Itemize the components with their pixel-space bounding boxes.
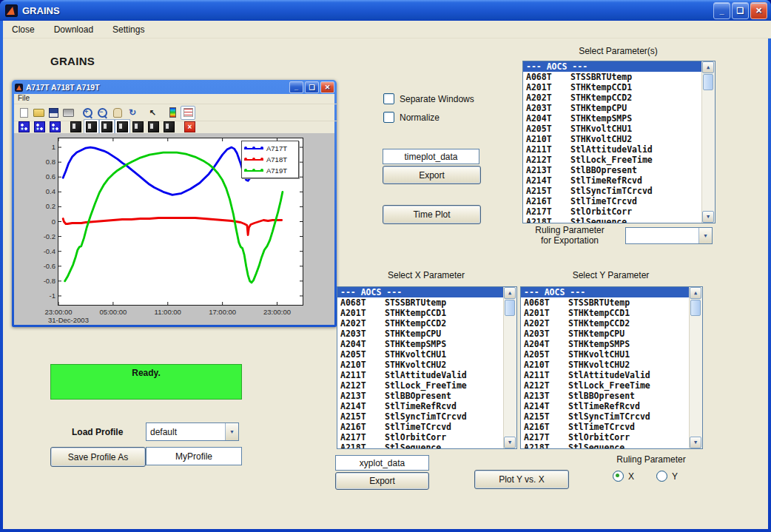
parameter-row[interactable]: A068TSTSSBRTUtemp [337, 297, 504, 308]
parameter-row[interactable]: A211TStlAttitudeValid [521, 370, 690, 380]
parameter-row[interactable]: A211TStlAttitudeValid [523, 144, 702, 155]
load-profile-dropdown[interactable]: default ▼ [146, 422, 239, 441]
parameter-row[interactable]: A215TStlSyncTimTCrcvd [523, 186, 702, 196]
parameter-row[interactable]: A204TSTHKtempSMPS [521, 339, 690, 349]
parameter-row[interactable]: A068TSTSSBRTUtemp [523, 72, 702, 82]
zoom-out-icon[interactable] [96, 107, 110, 119]
parameter-row[interactable]: A217TStlOrbitCorr [523, 206, 702, 217]
scroll-up-icon[interactable]: ▲ [504, 287, 516, 299]
save-profile-as-button[interactable]: Save Profile As [50, 447, 146, 467]
plot-legend[interactable]: A717TA718TA719T [241, 141, 299, 178]
open-file-icon[interactable] [32, 107, 45, 119]
edit-plot-arrow-icon[interactable] [146, 107, 159, 119]
scrollbar[interactable]: ▲▼ [689, 287, 702, 448]
scrollbar[interactable]: ▲▼ [503, 287, 516, 448]
parameter-row[interactable]: A216TStlTimeTCrcvd [521, 422, 690, 432]
scroll-down-icon[interactable]: ▼ [690, 437, 701, 448]
plot-area[interactable]: A717TA718TA719T 23:00:0005:00:0011:00:00… [58, 138, 303, 306]
parameter-row[interactable]: A213TStlBBOpresent [337, 391, 504, 401]
scrollbar-thumb[interactable] [690, 300, 701, 316]
parameter-row[interactable]: A214TStlTimeRefRcvd [523, 175, 702, 186]
pan-icon[interactable] [111, 107, 124, 119]
scrollbar-thumb[interactable] [703, 74, 713, 90]
parameter-row[interactable]: A218TStlSequence [337, 442, 504, 448]
x-parameter-listbox[interactable]: --- AOCS ---A068TSTSSBRTUtempA201TSTHKte… [337, 286, 517, 449]
parameter-row[interactable]: A217TStlOrbitCorr [337, 432, 504, 442]
y-parameter-listbox[interactable]: --- AOCS ---A068TSTSSBRTUtempA201TSTHKte… [520, 286, 703, 449]
normalize-checkbox[interactable] [383, 112, 394, 123]
parameter-row[interactable]: A202TSTHKtempCCD2 [523, 92, 702, 103]
parameter-row[interactable]: A201TSTHKtempCCD1 [521, 308, 690, 318]
signal-select-icon-1[interactable] [18, 121, 30, 132]
timeplot-export-button[interactable]: Export [383, 166, 481, 184]
parameter-row[interactable]: A214TStlTimeRefRcvd [337, 401, 504, 411]
parameter-row[interactable]: A203TSTHKtempCPU [521, 329, 690, 339]
print-icon[interactable] [61, 107, 75, 119]
parameter-row[interactable]: A202TSTHKtempCCD2 [337, 318, 504, 329]
parameter-row[interactable]: A201TSTHKtempCCD1 [523, 82, 702, 92]
timeplot-data-field[interactable] [383, 149, 479, 164]
zoom-in-icon[interactable] [81, 107, 95, 119]
menu-item-settings[interactable]: Settings [112, 24, 144, 35]
insert-colorbar-icon[interactable] [166, 107, 179, 119]
separate-windows-checkbox[interactable] [383, 93, 394, 104]
figure-minimize-button[interactable]: _ [289, 81, 303, 93]
parameter-row[interactable]: A201TSTHKtempCCD1 [337, 308, 504, 318]
parameter-row[interactable]: A218TStlSequence [521, 442, 690, 448]
parameter-row[interactable]: A215TStlSyncTimTCrcvd [337, 411, 504, 422]
scroll-down-icon[interactable]: ▼ [504, 437, 516, 448]
parameter-row[interactable]: A217TStlOrbitCorr [521, 432, 690, 442]
rotate-3d-icon[interactable] [126, 107, 139, 119]
figure-menu-file[interactable]: File [18, 94, 30, 102]
parameter-row[interactable]: A211TStlAttitudeValid [337, 370, 504, 380]
parameter-row[interactable]: A215TStlSyncTimTCrcvd [521, 411, 690, 422]
subplot-layout-icon-6[interactable] [148, 121, 159, 132]
ruling-export-dropdown[interactable]: ▼ [625, 227, 713, 244]
scroll-down-icon[interactable]: ▼ [702, 211, 714, 223]
xyplot-data-field[interactable] [335, 455, 429, 471]
parameter-row[interactable]: A204TSTHKtempSMPS [337, 339, 504, 349]
parameter-row[interactable]: A214TStlTimeRefRcvd [521, 401, 690, 411]
plot-y-vs-x-button[interactable]: Plot Y vs. X [474, 470, 569, 489]
signal-select-icon-3[interactable] [50, 121, 61, 132]
parameter-group-header[interactable]: --- AOCS --- [523, 61, 702, 72]
parameter-group-header[interactable]: --- AOCS --- [337, 287, 504, 297]
subplot-layout-icon-7[interactable] [164, 121, 175, 132]
subplot-layout-icon-3[interactable] [101, 121, 112, 132]
close-button[interactable]: ✕ [750, 2, 767, 19]
parameter-row[interactable]: A210TSTHKvoltCHU2 [337, 360, 504, 370]
scrollbar-thumb[interactable] [505, 300, 515, 316]
parameter-row[interactable]: A205TSTHKvoltCHU1 [521, 349, 690, 360]
parameter-row[interactable]: A213TStlBBOpresent [521, 391, 690, 401]
minimize-button[interactable]: _ [713, 2, 730, 19]
parameter-row[interactable]: A216TStlTimeTCrcvd [337, 422, 504, 432]
insert-legend-icon[interactable] [181, 106, 195, 120]
parameter-row[interactable]: A216TStlTimeTCrcvd [523, 196, 702, 206]
menu-item-close[interactable]: Close [12, 24, 35, 35]
close-plots-icon[interactable]: × [184, 121, 195, 132]
parameter-row[interactable]: A203TSTHKtempCPU [337, 329, 504, 339]
new-document-icon[interactable] [17, 107, 30, 119]
xyplot-export-button[interactable]: Export [335, 472, 429, 490]
parameter-row[interactable]: A205TSTHKvoltCHU1 [337, 349, 504, 360]
subplot-layout-icon-2[interactable] [86, 121, 97, 132]
time-plot-button[interactable]: Time Plot [383, 205, 481, 224]
save-icon[interactable] [47, 107, 60, 119]
scroll-up-icon[interactable]: ▲ [690, 287, 701, 299]
parameter-row[interactable]: A203TSTHKtempCPU [523, 103, 702, 113]
scrollbar[interactable]: ▲▼ [701, 61, 715, 223]
parameter-row[interactable]: A210TSTHKvoltCHU2 [521, 360, 690, 370]
parameter-row[interactable]: A213TStlBBOpresent [523, 165, 702, 175]
parameter-row[interactable]: A212TStlLock_FreeTime [523, 155, 702, 165]
subplot-layout-icon-4[interactable] [117, 121, 128, 132]
dropdown-arrow-icon[interactable]: ▼ [225, 423, 238, 440]
ruling-y-radio[interactable] [656, 471, 667, 482]
subplot-layout-icon-5[interactable] [132, 121, 144, 132]
profile-name-field[interactable] [146, 447, 242, 465]
parameter-row[interactable]: A218TStlSequence [523, 217, 702, 223]
parameter-row[interactable]: A212TStlLock_FreeTime [337, 380, 504, 391]
maximize-button[interactable]: ❑ [732, 2, 749, 19]
subplot-layout-icon-1[interactable] [70, 121, 81, 132]
parameter-row[interactable]: A202TSTHKtempCCD2 [521, 318, 690, 329]
parameter-row[interactable]: A212TStlLock_FreeTime [521, 380, 690, 391]
